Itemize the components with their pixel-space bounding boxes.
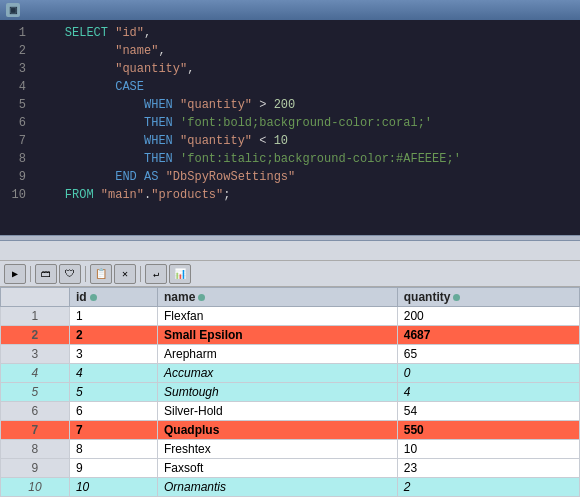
line-content: CASE [36,78,144,96]
row-number: 6 [1,402,70,421]
cell-name: Small Epsilon [157,326,397,345]
sql-line: 4 CASE [0,78,580,96]
sql-editor[interactable]: 1 SELECT "id",2 "name",3 "quantity",4 CA… [0,20,580,235]
line-number: 4 [0,78,36,96]
table-row[interactable]: 11Flexfan200 [1,307,580,326]
table-row[interactable]: 33Arepharm65 [1,345,580,364]
line-content: "quantity", [36,60,194,78]
row-number: 8 [1,440,70,459]
line-number: 6 [0,114,36,132]
cell-id: 3 [69,345,157,364]
row-num-header [1,288,70,307]
line-content: END AS "DbSpyRowSettings" [36,168,295,186]
cell-quantity: 4 [397,383,579,402]
sql-line: 10 FROM "main"."products"; [0,186,580,204]
row-number: 5 [1,383,70,402]
line-content: FROM "main"."products"; [36,186,230,204]
cell-quantity: 2 [397,478,579,497]
row-number: 9 [1,459,70,478]
line-number: 3 [0,60,36,78]
col-indicator [198,294,205,301]
line-content: "name", [36,42,166,60]
cell-id: 4 [69,364,157,383]
title-bar: ▣ [0,0,580,20]
line-number: 10 [0,186,36,204]
row-number: 10 [1,478,70,497]
chart-button[interactable]: 📊 [169,264,191,284]
cell-name: Freshtex [157,440,397,459]
result-toolbar: ▶🗃🛡📋✕↵📊 [0,261,580,287]
sql-line: 2 "name", [0,42,580,60]
toolbar-separator [140,266,141,282]
line-number: 2 [0,42,36,60]
table-row[interactable]: 22Small Epsilon4687 [1,326,580,345]
import-button[interactable]: ↵ [145,264,167,284]
line-number: 7 [0,132,36,150]
cell-name: Quadplus [157,421,397,440]
col-header-quantity[interactable]: quantity [397,288,579,307]
cell-id: 6 [69,402,157,421]
row-number: 2 [1,326,70,345]
cell-name: Flexfan [157,307,397,326]
row-number: 7 [1,421,70,440]
table-row[interactable]: 88Freshtex10 [1,440,580,459]
sql-line: 9 END AS "DbSpyRowSettings" [0,168,580,186]
sql-line: 8 THEN 'font:italic;background-color:#AF… [0,150,580,168]
cell-quantity: 54 [397,402,579,421]
results-section: ▶🗃🛡📋✕↵📊 idnamequantity 11Flexfan20022Sma… [0,241,580,503]
result-table-wrapper[interactable]: idnamequantity 11Flexfan20022Small Epsil… [0,287,580,503]
result-label [0,241,580,261]
col-header-id[interactable]: id [69,288,157,307]
cell-name: Accumax [157,364,397,383]
table-row[interactable]: 77Quadplus550 [1,421,580,440]
line-content: WHEN "quantity" < 10 [36,132,288,150]
filter-button[interactable]: 🛡 [59,264,81,284]
sql-line: 3 "quantity", [0,60,580,78]
app-icon: ▣ [6,3,20,17]
result-table: idnamequantity 11Flexfan20022Small Epsil… [0,287,580,497]
copy-button[interactable]: 📋 [90,264,112,284]
row-number: 4 [1,364,70,383]
line-content: WHEN "quantity" > 200 [36,96,295,114]
table-row[interactable]: 44Accumax0 [1,364,580,383]
cell-name: Arepharm [157,345,397,364]
line-content: SELECT "id", [36,24,151,42]
cell-id: 8 [69,440,157,459]
line-number: 8 [0,150,36,168]
cell-quantity: 200 [397,307,579,326]
sql-line: 1 SELECT "id", [0,24,580,42]
toolbar-separator [85,266,86,282]
cell-name: Silver-Hold [157,402,397,421]
cell-quantity: 23 [397,459,579,478]
sql-line: 6 THEN 'font:bold;background-color:coral… [0,114,580,132]
cell-quantity: 550 [397,421,579,440]
cell-id: 10 [69,478,157,497]
cell-id: 2 [69,326,157,345]
export-table-button[interactable]: 🗃 [35,264,57,284]
sql-line: 7 WHEN "quantity" < 10 [0,132,580,150]
table-row[interactable]: 1010Ornamantis2 [1,478,580,497]
col-indicator [453,294,460,301]
col-indicator [90,294,97,301]
line-content: THEN 'font:bold;background-color:coral;' [36,114,432,132]
toolbar-separator [30,266,31,282]
run-button[interactable]: ▶ [4,264,26,284]
cell-quantity: 10 [397,440,579,459]
table-row[interactable]: 55Sumtough4 [1,383,580,402]
cell-quantity: 4687 [397,326,579,345]
line-number: 9 [0,168,36,186]
table-row[interactable]: 66Silver-Hold54 [1,402,580,421]
cell-id: 5 [69,383,157,402]
cell-id: 9 [69,459,157,478]
line-content: THEN 'font:italic;background-color:#AFEE… [36,150,461,168]
table-row[interactable]: 99Faxsoft23 [1,459,580,478]
row-number: 1 [1,307,70,326]
sql-line: 5 WHEN "quantity" > 200 [0,96,580,114]
cell-quantity: 0 [397,364,579,383]
clear-button[interactable]: ✕ [114,264,136,284]
cell-name: Sumtough [157,383,397,402]
cell-id: 7 [69,421,157,440]
col-header-name[interactable]: name [157,288,397,307]
line-number: 1 [0,24,36,42]
cell-name: Faxsoft [157,459,397,478]
